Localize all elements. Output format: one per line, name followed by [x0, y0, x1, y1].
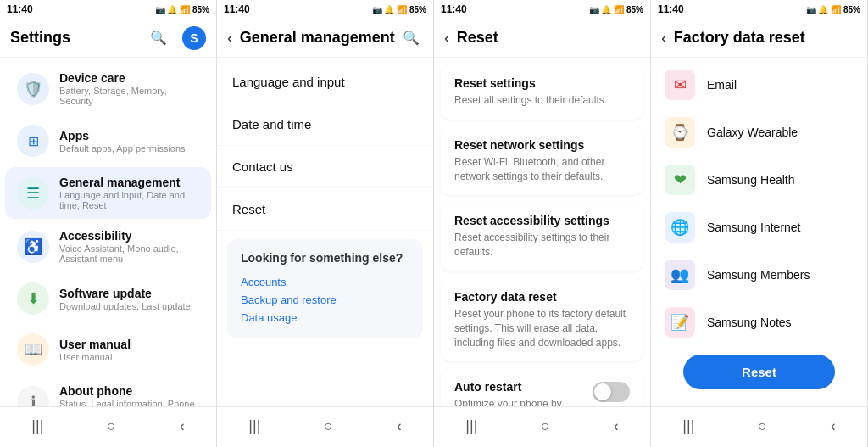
bottom-nav-1: ||| ○ ‹: [0, 406, 216, 447]
samsung-notes-icon: 📝: [665, 307, 695, 338]
app-item-galaxy-wearable[interactable]: ⌚ Galaxy Wearable: [651, 109, 867, 156]
menu-item-reset[interactable]: Reset: [217, 188, 433, 231]
general-mgmt-icon: ☰: [17, 177, 49, 210]
software-update-label: Software update: [59, 287, 199, 300]
reset-network-title: Reset network settings: [454, 138, 630, 152]
status-bar-4: 11:40 📷 🔔 📶 85%: [651, 0, 867, 19]
reset-card-accessibility[interactable]: Reset accessibility settings Reset acces…: [441, 202, 643, 271]
status-bar-1: 11:40 📷 🔔 📶 85%: [0, 0, 216, 19]
status-bar-2: 11:40 📷 🔔 📶 85%: [217, 0, 433, 19]
app-name-samsung-members: Samsung Members: [707, 268, 810, 282]
reset-settings-desc: Reset all settings to their defaults.: [454, 93, 630, 108]
time-4: 11:40: [658, 3, 684, 15]
nav-back-btn[interactable]: ‹: [821, 414, 846, 439]
link-accounts[interactable]: Accounts: [241, 273, 409, 291]
auto-restart-text: Auto restart Optimize your phone by rest…: [454, 380, 593, 406]
app-item-samsung-health[interactable]: ❤ Samsung Health: [651, 156, 867, 204]
general-mgmt-label: General management: [59, 176, 199, 189]
menu-item-language[interactable]: Language and input: [217, 61, 433, 103]
samsung-health-icon: ❤: [665, 165, 695, 195]
reset-accessibility-title: Reset accessibility settings: [454, 214, 630, 227]
nav-home-btn[interactable]: ○: [748, 414, 777, 439]
nav-menu-btn[interactable]: |||: [455, 414, 487, 439]
settings-list: 🛡️ Device care Battery, Storage, Memory,…: [0, 58, 216, 406]
samsung-internet-icon: 🌐: [665, 212, 695, 243]
header-reset: ‹ Reset: [434, 19, 650, 58]
reset-card-auto-restart[interactable]: Auto restart Optimize your phone by rest…: [441, 368, 643, 406]
settings-item-text: Software update Download updates, Last u…: [59, 287, 199, 311]
bottom-nav-4: ||| ○ ‹: [651, 406, 867, 447]
settings-item-device-care[interactable]: 🛡️ Device care Battery, Storage, Memory,…: [5, 63, 211, 115]
user-manual-label: User manual: [59, 338, 199, 351]
software-update-sub: Download updates, Last update: [59, 301, 199, 311]
settings-item-text: User manual User manual: [59, 338, 199, 362]
settings-item-about-phone[interactable]: ℹ About phone Status, Legal information,…: [5, 376, 211, 406]
reset-card-settings[interactable]: Reset settings Reset all settings to the…: [441, 64, 643, 120]
back-icon[interactable]: ‹: [444, 28, 450, 47]
settings-item-apps[interactable]: ⊞ Apps Default apps, App permissions: [5, 116, 211, 165]
reset-title: Reset: [457, 29, 640, 47]
auto-restart-desc: Optimize your phone by restarting it aut…: [454, 397, 593, 406]
status-icons-2: 📷 🔔 📶 85%: [372, 5, 426, 14]
nav-home-btn[interactable]: ○: [314, 414, 343, 439]
header-settings: Settings 🔍 S: [0, 19, 216, 58]
time-1: 11:40: [7, 3, 33, 15]
apps-sub: Default apps, App permissions: [59, 143, 199, 154]
nav-back-btn[interactable]: ‹: [170, 414, 195, 439]
settings-title: Settings: [10, 29, 147, 47]
app-item-samsung-members[interactable]: 👥 Samsung Members: [651, 251, 867, 299]
nav-menu-btn[interactable]: |||: [238, 414, 270, 439]
menu-item-date-time[interactable]: Date and time: [217, 103, 433, 146]
back-icon[interactable]: ‹: [227, 28, 233, 47]
avatar[interactable]: S: [182, 26, 206, 50]
device-care-icon: 🛡️: [17, 73, 49, 105]
nav-back-btn[interactable]: ‹: [604, 414, 629, 439]
search-icon[interactable]: 🔍: [399, 26, 423, 50]
app-item-samsung-notes[interactable]: 📝 Samsung Notes: [651, 299, 867, 346]
app-item-samsung-internet[interactable]: 🌐 Samsung Internet: [651, 204, 867, 251]
link-data-usage[interactable]: Data usage: [241, 309, 409, 327]
general-mgmt-menu: Language and input Date and time Contact…: [217, 58, 433, 406]
about-phone-icon: ℹ: [17, 386, 49, 407]
reset-list: Reset settings Reset all settings to the…: [434, 58, 650, 406]
nav-menu-btn[interactable]: |||: [672, 414, 704, 439]
settings-item-text: About phone Status, Legal information, P…: [59, 384, 199, 406]
device-care-label: Device care: [59, 71, 199, 85]
nav-back-btn[interactable]: ‹: [387, 414, 412, 439]
status-icons-4: 📷 🔔 📶 85%: [806, 5, 860, 14]
header-actions: 🔍 S: [147, 26, 206, 50]
header-factory-reset: ‹ Factory data reset: [651, 19, 867, 58]
factory-reset-button[interactable]: Reset: [683, 355, 834, 389]
settings-item-general-management[interactable]: ☰ General management Language and input,…: [5, 167, 211, 219]
galaxy-wearable-icon: ⌚: [665, 117, 695, 148]
app-name-samsung-health: Samsung Health: [707, 173, 795, 187]
looking-box: Looking for something else? Accounts Bac…: [227, 239, 423, 338]
looking-title: Looking for something else?: [241, 251, 409, 265]
reset-card-factory[interactable]: Factory data reset Reset your phone to i…: [441, 278, 643, 361]
toggle-knob: [594, 383, 611, 400]
user-manual-sub: User manual: [59, 352, 199, 362]
back-icon[interactable]: ‹: [661, 28, 667, 47]
status-icons-3: 📷 🔔 📶 85%: [589, 5, 643, 14]
factory-reset-desc: Reset your phone to its factory default …: [454, 307, 630, 349]
settings-item-user-manual[interactable]: 📖 User manual User manual: [5, 325, 211, 374]
search-icon[interactable]: 🔍: [147, 26, 170, 50]
reset-card-network[interactable]: Reset network settings Reset Wi-Fi, Blue…: [441, 126, 643, 196]
email-icon: ✉: [665, 70, 695, 100]
menu-item-contact-us[interactable]: Contact us: [217, 146, 433, 188]
app-name-galaxy-wearable: Galaxy Wearable: [707, 126, 798, 139]
bottom-nav-2: ||| ○ ‹: [217, 406, 433, 447]
link-backup[interactable]: Backup and restore: [241, 291, 409, 309]
header-general-management: ‹ General management 🔍: [217, 19, 433, 58]
nav-home-btn[interactable]: ○: [97, 414, 126, 439]
nav-menu-btn[interactable]: |||: [21, 414, 53, 439]
settings-item-accessibility[interactable]: ♿ Accessibility Voice Assistant, Mono au…: [5, 221, 211, 272]
nav-home-btn[interactable]: ○: [531, 414, 560, 439]
time-3: 11:40: [441, 3, 467, 15]
auto-restart-toggle[interactable]: [593, 382, 630, 402]
accessibility-sub: Voice Assistant, Mono audio, Assistant m…: [59, 243, 199, 264]
app-item-email[interactable]: ✉ Email: [651, 61, 867, 109]
settings-item-text: Apps Default apps, App permissions: [59, 129, 199, 154]
auto-restart-row: Auto restart Optimize your phone by rest…: [454, 380, 630, 406]
settings-item-software-update[interactable]: ⬇ Software update Download updates, Last…: [5, 274, 211, 323]
